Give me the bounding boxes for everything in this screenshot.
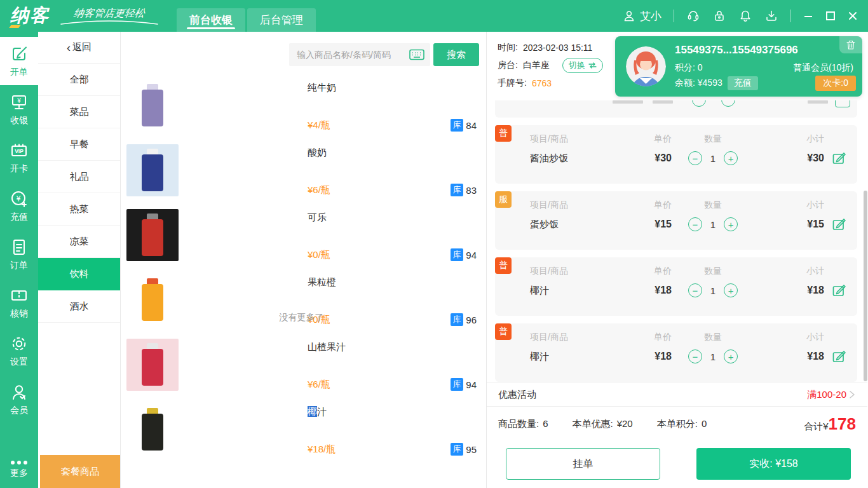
lock-icon[interactable] xyxy=(712,9,726,23)
order-time: 时间: 2023-02-03 15:11 xyxy=(498,39,603,57)
clipped-increase-button[interactable] xyxy=(721,100,735,107)
nav-item-recharge[interactable]: ¥ 充值 xyxy=(0,182,38,230)
nav-item-open-vip-card[interactable]: VIP 开卡 xyxy=(0,133,38,182)
decrease-button[interactable]: − xyxy=(688,349,702,363)
scrollbar-thumb[interactable] xyxy=(864,191,867,381)
clipped-edit-button[interactable] xyxy=(835,100,850,107)
chevron-right-icon xyxy=(848,390,856,399)
category-back-button[interactable]: ‹ 返回 xyxy=(38,32,120,64)
column-header-price: 单价 xyxy=(614,133,672,145)
promo-value[interactable]: 满100-20 xyxy=(807,389,856,401)
decrease-button[interactable]: − xyxy=(688,283,702,297)
increase-button[interactable]: + xyxy=(724,151,738,165)
edit-item-button[interactable] xyxy=(831,217,846,232)
decrease-button[interactable]: − xyxy=(688,151,702,165)
promo-label: 优惠活动 xyxy=(498,389,536,401)
recharge-button[interactable]: 充值 xyxy=(728,76,758,90)
clipped-text xyxy=(808,100,828,104)
category-item[interactable]: 酒水 xyxy=(38,290,120,323)
order-info: 时间: 2023-02-03 15:11 房台: 白羊座 切换 手牌号: 676… xyxy=(498,39,603,92)
column-header-price: 单价 xyxy=(614,200,672,211)
nav-item-orders[interactable]: 订单 xyxy=(0,230,38,278)
nav-item-members[interactable]: 会员 xyxy=(0,375,38,423)
unit-price: ¥18 xyxy=(614,351,672,362)
product-price: ¥6/瓶 xyxy=(308,379,330,391)
increase-button[interactable]: + xyxy=(724,349,738,363)
nav-item-verify[interactable]: 核销 xyxy=(0,278,38,327)
chevron-left-icon: ‹ xyxy=(67,42,71,53)
nav-item-more[interactable]: 更多 xyxy=(0,451,38,488)
nav-item-cashier[interactable]: ¥ 收银 xyxy=(0,85,38,133)
download-icon[interactable] xyxy=(764,9,778,23)
hand-tag-number: 6763 xyxy=(532,78,552,88)
quantity-stepper: − 1 + xyxy=(688,283,738,297)
order-item-name: 酱油炒饭 xyxy=(495,152,614,165)
order-panel: 时间: 2023-02-03 15:11 房台: 白羊座 切换 手牌号: 676… xyxy=(486,32,868,488)
search-button[interactable]: 搜索 xyxy=(433,43,479,66)
hold-order-button[interactable]: 挂单 xyxy=(506,448,660,480)
times-card-button[interactable]: 次卡:0 xyxy=(815,76,856,91)
minimize-button[interactable] xyxy=(803,11,813,21)
category-item[interactable]: 礼品 xyxy=(38,161,120,193)
order-item-row: 普 项目/商品 单价 数量 小计 椰汁 ¥18 − xyxy=(495,257,857,316)
unit-price: ¥30 xyxy=(614,152,672,164)
category-item[interactable]: 凉菜 xyxy=(38,226,120,258)
unit-price: ¥15 xyxy=(614,219,672,230)
clipped-text xyxy=(653,100,673,104)
product-stock: 库 95 xyxy=(451,443,477,456)
category-item[interactable]: 全部 xyxy=(38,64,120,96)
keyboard-icon[interactable] xyxy=(409,49,424,60)
table-info: 房台: 白羊座 切换 xyxy=(498,57,603,74)
column-header-item: 项目/商品 xyxy=(495,133,614,145)
tab-backend[interactable]: 后台管理 xyxy=(247,8,316,32)
clipped-decrease-button[interactable] xyxy=(692,100,706,107)
member-balance: 余额: ¥4593 xyxy=(675,78,722,89)
combo-products-button[interactable]: 套餐商品 xyxy=(40,455,120,488)
subtotal: ¥30 xyxy=(754,152,824,164)
support-headset-icon[interactable] xyxy=(686,9,700,23)
column-header-subtotal: 小计 xyxy=(754,332,824,343)
edit-item-button[interactable] xyxy=(831,151,846,166)
clear-member-button[interactable] xyxy=(839,36,862,53)
order-item-row: 普 项目/商品 单价 数量 小计 椰汁 ¥18 − xyxy=(495,323,857,382)
column-header-price: 单价 xyxy=(614,332,672,343)
nav-item-settings[interactable]: 设置 xyxy=(0,327,38,375)
product-area: 搜索 纯牛奶 ¥4/瓶 库 84 xyxy=(121,32,486,488)
unit-price: ¥18 xyxy=(614,285,672,296)
member-points: 积分: 0 xyxy=(675,62,703,74)
order-discount: 本单优惠:¥20 xyxy=(573,418,633,430)
column-header-item: 项目/商品 xyxy=(495,332,614,343)
notification-bell-icon[interactable] xyxy=(738,9,752,23)
app-slogan: 纳客管店更轻松 xyxy=(58,7,160,25)
close-button[interactable] xyxy=(848,11,858,21)
column-header-qty: 数量 xyxy=(672,266,754,277)
product-price: ¥4/瓶 xyxy=(308,119,330,132)
nav-item-open-order[interactable]: 开单 xyxy=(0,37,38,85)
category-item[interactable]: 菜品 xyxy=(38,96,120,128)
category-item[interactable]: 热菜 xyxy=(38,193,120,226)
category-list: 全部菜品早餐礼品热菜凉菜饮料酒水 xyxy=(38,64,120,323)
product-price: ¥18/瓶 xyxy=(308,444,336,456)
edit-item-button[interactable] xyxy=(831,349,846,364)
subtotal: ¥18 xyxy=(754,351,824,362)
edit-item-button[interactable] xyxy=(831,283,846,298)
stock-count: 94 xyxy=(466,379,477,390)
hand-tag: 手牌号: 6763 xyxy=(498,74,603,92)
order-item-name: 椰汁 xyxy=(495,285,614,297)
trash-icon xyxy=(846,40,855,50)
tab-front-desk[interactable]: 前台收银 xyxy=(177,8,245,32)
user-menu[interactable]: 艾小 xyxy=(623,9,661,24)
column-header-qty: 数量 xyxy=(672,332,754,343)
checkout-button[interactable]: 实收: ¥158 xyxy=(696,448,851,480)
decrease-button[interactable]: − xyxy=(688,217,702,231)
increase-button[interactable]: + xyxy=(724,217,738,231)
category-item[interactable]: 早餐 xyxy=(38,128,120,161)
category-panel: ‹ 返回 全部菜品早餐礼品热菜凉菜饮料酒水 套餐商品 xyxy=(38,32,121,488)
maximize-button[interactable] xyxy=(825,11,836,21)
username: 艾小 xyxy=(640,9,661,24)
increase-button[interactable]: + xyxy=(724,283,738,297)
quantity: 1 xyxy=(710,285,715,296)
category-item[interactable]: 饮料 xyxy=(38,258,120,290)
switch-table-button[interactable]: 切换 xyxy=(562,58,603,73)
stock-badge: 库 xyxy=(451,443,463,456)
